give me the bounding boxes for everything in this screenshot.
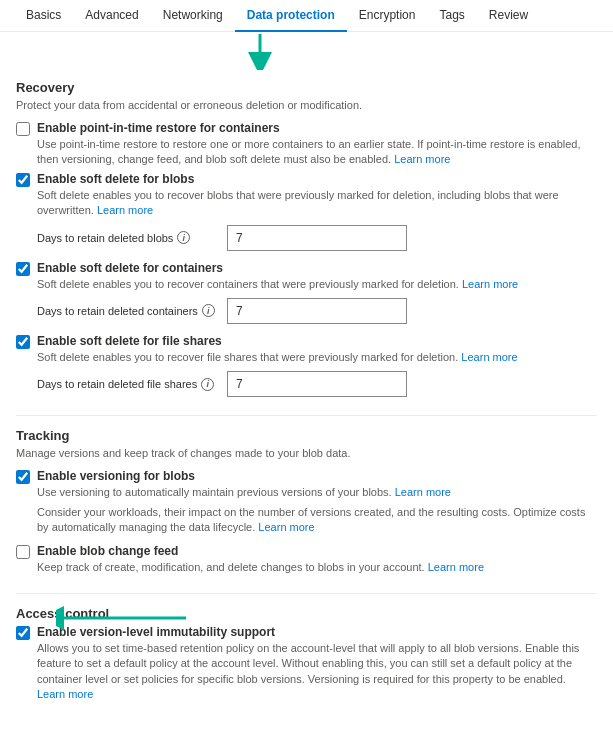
files-retain-label: Days to retain deleted file shares i: [37, 378, 227, 391]
versioning-link[interactable]: Learn more: [395, 486, 451, 498]
tabs-container: BasicsAdvancedNetworkingData protectionE…: [0, 0, 613, 32]
divider-2: [16, 593, 597, 594]
soft-delete-files-row: Enable soft delete for file shares Soft …: [16, 334, 597, 365]
versioning-checkbox[interactable]: [16, 470, 30, 484]
soft-delete-containers-checkbox-wrapper[interactable]: [16, 262, 37, 276]
recovery-title: Recovery: [16, 80, 597, 95]
soft-delete-files-desc: Soft delete enables you to recover file …: [37, 350, 597, 365]
change-feed-checkbox[interactable]: [16, 545, 30, 559]
containers-info-icon[interactable]: i: [202, 304, 215, 317]
soft-delete-files-checkbox-wrapper[interactable]: [16, 335, 37, 349]
versioning-desc: Use versioning to automatically maintain…: [37, 485, 597, 500]
soft-delete-blobs-label: Enable soft delete for blobs: [37, 172, 597, 186]
files-retain-row: Days to retain deleted file shares i: [37, 371, 597, 397]
blobs-info-icon[interactable]: i: [177, 231, 190, 244]
page-content: Recovery Protect your data from accident…: [0, 70, 613, 740]
recovery-section: Recovery Protect your data from accident…: [16, 80, 597, 397]
tab-basics[interactable]: Basics: [14, 0, 73, 32]
access-control-section: Access control Enable version-level immu…: [16, 606, 597, 703]
tab-data-protection[interactable]: Data protection: [235, 0, 347, 32]
soft-delete-blobs-checkbox[interactable]: [16, 173, 30, 187]
point-in-time-checkbox[interactable]: [16, 122, 30, 136]
soft-delete-containers-checkbox[interactable]: [16, 262, 30, 276]
tab-encryption[interactable]: Encryption: [347, 0, 428, 32]
containers-retain-row: Days to retain deleted containers i: [37, 298, 597, 324]
soft-delete-blobs-checkbox-wrapper[interactable]: [16, 173, 37, 187]
point-in-time-row: Enable point-in-time restore for contain…: [16, 121, 597, 168]
blobs-retain-input[interactable]: [227, 225, 407, 251]
immutability-checkbox[interactable]: [16, 626, 30, 640]
soft-delete-files-label: Enable soft delete for file shares: [37, 334, 597, 348]
recovery-desc: Protect your data from accidental or err…: [16, 99, 597, 111]
point-in-time-link[interactable]: Learn more: [394, 153, 450, 165]
soft-delete-blobs-row: Enable soft delete for blobs Soft delete…: [16, 172, 597, 219]
change-feed-content: Enable blob change feed Keep track of cr…: [37, 544, 597, 575]
versioning-content: Enable versioning for blobs Use versioni…: [37, 469, 597, 535]
soft-delete-containers-content: Enable soft delete for containers Soft d…: [37, 261, 597, 292]
versioning-row: Enable versioning for blobs Use versioni…: [16, 469, 597, 535]
soft-delete-files-link[interactable]: Learn more: [461, 351, 517, 363]
point-in-time-checkbox-wrapper[interactable]: [16, 122, 37, 136]
soft-delete-containers-label: Enable soft delete for containers: [37, 261, 597, 275]
containers-retain-label: Days to retain deleted containers i: [37, 304, 227, 317]
change-feed-desc: Keep track of create, modification, and …: [37, 560, 597, 575]
blobs-retain-row: Days to retain deleted blobs i: [37, 225, 597, 251]
immutability-checkbox-wrapper[interactable]: [16, 626, 37, 640]
point-in-time-label: Enable point-in-time restore for contain…: [37, 121, 597, 135]
immutability-link[interactable]: Learn more: [37, 688, 93, 700]
change-feed-checkbox-wrapper[interactable]: [16, 545, 37, 559]
soft-delete-blobs-field: Days to retain deleted blobs i: [37, 225, 597, 251]
tab-review[interactable]: Review: [477, 0, 540, 32]
versioning-label: Enable versioning for blobs: [37, 469, 597, 483]
change-feed-label: Enable blob change feed: [37, 544, 597, 558]
tab-tags[interactable]: Tags: [427, 0, 476, 32]
containers-retain-input[interactable]: [227, 298, 407, 324]
arrow-icon: [230, 32, 290, 70]
divider-1: [16, 415, 597, 416]
tracking-title: Tracking: [16, 428, 597, 443]
soft-delete-containers-desc: Soft delete enables you to recover conta…: [37, 277, 597, 292]
soft-delete-files-checkbox[interactable]: [16, 335, 30, 349]
tab-networking[interactable]: Networking: [151, 0, 235, 32]
versioning-checkbox-wrapper[interactable]: [16, 470, 37, 484]
access-control-arrow-icon: [56, 604, 196, 632]
versioning-link2[interactable]: Learn more: [258, 521, 314, 533]
immutability-desc: Allows you to set time-based retention p…: [37, 641, 597, 703]
change-feed-link[interactable]: Learn more: [428, 561, 484, 573]
soft-delete-files-field: Days to retain deleted file shares i: [37, 371, 597, 397]
immutability-content: Enable version-level immutability suppor…: [37, 625, 597, 703]
tab-advanced[interactable]: Advanced: [73, 0, 150, 32]
soft-delete-containers-field: Days to retain deleted containers i: [37, 298, 597, 324]
blobs-retain-label: Days to retain deleted blobs i: [37, 231, 227, 244]
change-feed-row: Enable blob change feed Keep track of cr…: [16, 544, 597, 575]
soft-delete-files-content: Enable soft delete for file shares Soft …: [37, 334, 597, 365]
files-info-icon[interactable]: i: [201, 378, 214, 391]
files-retain-input[interactable]: [227, 371, 407, 397]
immutability-row: Enable version-level immutability suppor…: [16, 625, 597, 703]
point-in-time-content: Enable point-in-time restore for contain…: [37, 121, 597, 168]
tracking-section: Tracking Manage versions and keep track …: [16, 428, 597, 575]
versioning-desc2: Consider your workloads, their impact on…: [37, 505, 597, 536]
tab-arrow-annotation: [0, 32, 613, 70]
soft-delete-containers-row: Enable soft delete for containers Soft d…: [16, 261, 597, 292]
tracking-desc: Manage versions and keep track of change…: [16, 447, 597, 459]
point-in-time-desc: Use point-in-time restore to restore one…: [37, 137, 597, 168]
soft-delete-blobs-desc: Soft delete enables you to recover blobs…: [37, 188, 597, 219]
soft-delete-blobs-content: Enable soft delete for blobs Soft delete…: [37, 172, 597, 219]
soft-delete-containers-link[interactable]: Learn more: [462, 278, 518, 290]
tab-bar: BasicsAdvancedNetworkingData protectionE…: [0, 0, 613, 32]
soft-delete-blobs-link[interactable]: Learn more: [97, 204, 153, 216]
